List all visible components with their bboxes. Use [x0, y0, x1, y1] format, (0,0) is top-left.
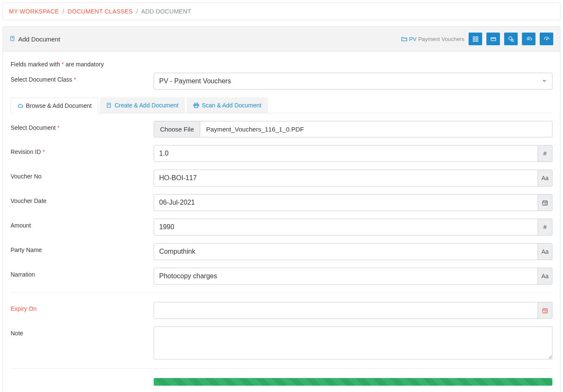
label-expiry-on: Expiry On — [11, 302, 149, 312]
row-amount: Amount # — [11, 219, 552, 236]
revision-id-input[interactable] — [154, 145, 538, 162]
label-revision-id: Revision ID * — [11, 145, 149, 155]
hint-suffix: are mandatory — [64, 61, 104, 68]
add-document-icon — [106, 102, 112, 108]
cloud-upload-icon[interactable] — [522, 33, 535, 45]
tab-scan[interactable]: Scan & Add Document — [187, 97, 268, 113]
row-voucher-date: Voucher Date 19 — [11, 194, 552, 211]
svg-rect-7 — [491, 37, 495, 41]
label-voucher-date: Voucher Date — [11, 194, 149, 204]
svg-line-11 — [513, 41, 513, 41]
dashboard-icon[interactable] — [540, 33, 553, 45]
tab-create[interactable]: Create & Add Document — [100, 97, 185, 113]
tabs: Browse & Add Document Create & Add Docum… — [11, 97, 552, 113]
calendar-icon[interactable]: 19 — [538, 195, 552, 211]
hint-prefix: Fields marked with — [11, 61, 62, 68]
text-type-icon: Aa — [538, 244, 552, 260]
row-expiry-on: Expiry On 19 — [11, 302, 552, 319]
panel-toolbar: PV Payment Vouchers — [401, 33, 553, 45]
add-document-icon — [10, 36, 16, 43]
voucher-no-input[interactable] — [154, 170, 538, 186]
svg-rect-4 — [476, 36, 477, 38]
page-title-text: Add Document — [18, 36, 60, 43]
tab-create-label: Create & Add Document — [115, 102, 179, 109]
note-textarea[interactable] — [154, 326, 552, 359]
label-select-document: Select Document * — [11, 121, 149, 131]
svg-rect-18 — [194, 103, 198, 104]
page-title: Add Document — [10, 36, 60, 43]
breadcrumb-workspace[interactable]: MY WORKSPACE — [9, 8, 59, 15]
svg-rect-3 — [473, 36, 475, 38]
label-party-name: Party Name — [11, 243, 149, 253]
folder-code: PV — [409, 36, 417, 42]
file-picker: Choose File Payment_Vouchers_116_1_0.PDF — [154, 121, 552, 137]
mandatory-hint: Fields marked with * are mandatory — [11, 61, 552, 68]
chevron-down-icon — [542, 78, 547, 85]
svg-point-10 — [511, 39, 513, 41]
row-voucher-no: Voucher No Aa — [11, 170, 552, 186]
upload-progress-bar — [154, 378, 552, 386]
label-voucher-no: Voucher No — [11, 170, 149, 180]
row-revision-id: Revision ID * # — [11, 145, 552, 162]
panel-body: Fields marked with * are mandatory Selec… — [3, 52, 560, 392]
svg-rect-15 — [107, 103, 110, 108]
svg-rect-6 — [476, 39, 477, 41]
row-narration: Narration Aa — [11, 268, 552, 285]
row-progress: Save Reset — [11, 378, 552, 392]
choose-file-button[interactable]: Choose File — [154, 121, 200, 137]
add-document-panel: Add Document PV Payment Vouchers — [3, 26, 560, 392]
folder-name: Payment Vouchers — [418, 36, 464, 42]
folder-label: PV Payment Vouchers — [401, 36, 464, 42]
row-select-document: Select Document * Choose File Payment_Vo… — [11, 121, 552, 137]
svg-text:19: 19 — [544, 310, 547, 313]
breadcrumb-sep: / — [136, 8, 138, 15]
narration-input[interactable] — [154, 268, 538, 284]
party-name-input[interactable] — [154, 244, 538, 260]
printer-icon — [193, 102, 199, 109]
select-doc-class-value: PV - Payment Vouchers — [159, 77, 231, 85]
voucher-date-input[interactable] — [154, 195, 538, 211]
svg-rect-19 — [194, 105, 198, 107]
svg-rect-0 — [11, 36, 14, 41]
chosen-filename: Payment_Vouchers_116_1_0.PDF — [200, 121, 552, 137]
folder-icon — [401, 36, 408, 42]
grid-icon[interactable] — [469, 33, 482, 45]
row-note: Note — [11, 326, 552, 361]
tab-browse-label: Browse & Add Document — [26, 102, 92, 109]
text-type-icon: Aa — [538, 268, 552, 284]
divider — [11, 368, 552, 369]
svg-text:19: 19 — [544, 202, 547, 205]
tab-browse[interactable]: Browse & Add Document — [11, 98, 98, 113]
row-doc-class: Select Document Class * PV - Payment Vou… — [11, 73, 552, 90]
number-type-icon: # — [538, 145, 552, 162]
row-party-name: Party Name Aa — [11, 243, 552, 260]
label-narration: Narration — [11, 268, 149, 278]
tab-scan-label: Scan & Add Document — [202, 102, 262, 109]
label-note: Note — [11, 326, 149, 337]
amount-input[interactable] — [154, 219, 538, 235]
breadcrumb-doc-classes[interactable]: DOCUMENT CLASSES — [68, 8, 133, 15]
expiry-on-input[interactable] — [154, 302, 538, 318]
search-icon[interactable] — [504, 33, 518, 45]
breadcrumb-sep: / — [62, 8, 64, 15]
panel-header: Add Document PV Payment Vouchers — [3, 27, 560, 52]
divider — [11, 292, 552, 293]
number-type-icon: # — [538, 219, 552, 235]
label-doc-class: Select Document Class * — [11, 73, 149, 83]
breadcrumb: MY WORKSPACE / DOCUMENT CLASSES / ADD DO… — [3, 3, 560, 20]
svg-rect-5 — [473, 39, 475, 41]
cloud-icon — [17, 103, 23, 109]
label-amount: Amount — [11, 219, 149, 229]
breadcrumb-current: ADD DOCUMENT — [141, 8, 191, 15]
text-type-icon: Aa — [538, 170, 552, 186]
select-doc-class[interactable]: PV - Payment Vouchers — [154, 73, 552, 90]
card-icon[interactable] — [486, 33, 500, 45]
calendar-icon[interactable]: 19 — [538, 302, 552, 318]
